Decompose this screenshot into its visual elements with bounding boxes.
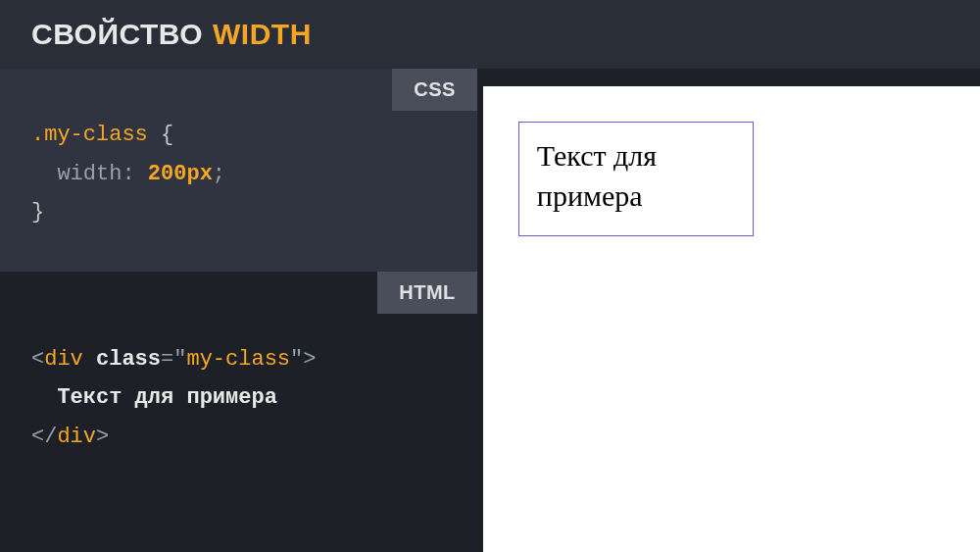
css-semicolon: ; (213, 162, 225, 186)
css-brace-open: { (161, 123, 173, 147)
html-close-lt: </ (31, 425, 57, 449)
code-column: CSS .my-class { width: 200px; } HTML <di… (0, 69, 477, 552)
css-value: 200px (148, 162, 213, 186)
html-quote-open: " (173, 347, 186, 372)
css-code-block: CSS .my-class { width: 200px; } (0, 69, 477, 272)
html-text-content: Текст для примера (57, 385, 276, 410)
html-code-block: HTML <div class="my-class"> Текст для пр… (0, 272, 477, 552)
header-title: СВОЙСТВО (31, 18, 203, 51)
preview-panel: Текст для примера (483, 86, 980, 552)
css-property: width (57, 162, 122, 186)
example-box: Текст для примера (518, 122, 754, 236)
html-open-gt: > (303, 347, 316, 372)
html-eq: = (161, 347, 173, 372)
html-open-tag: div (44, 347, 83, 372)
css-tab-label: CSS (392, 69, 477, 111)
css-selector: .my-class (31, 123, 148, 147)
html-close-gt: > (96, 425, 109, 449)
html-attr-name: class (96, 347, 161, 372)
html-close-tag: div (57, 425, 96, 449)
html-code: <div class="my-class"> Текст для примера… (31, 340, 446, 457)
content-area: CSS .my-class { width: 200px; } HTML <di… (0, 69, 980, 552)
css-colon: : (122, 162, 134, 186)
html-open-lt: < (31, 347, 44, 372)
slide-header: СВОЙСТВО WIDTH (0, 0, 980, 69)
header-keyword: WIDTH (213, 18, 312, 51)
html-attr-value: my-class (186, 347, 290, 372)
css-code: .my-class { width: 200px; } (31, 116, 446, 232)
html-quote-close: " (290, 347, 303, 372)
css-brace-close: } (31, 200, 44, 225)
html-tab-label: HTML (377, 272, 477, 314)
